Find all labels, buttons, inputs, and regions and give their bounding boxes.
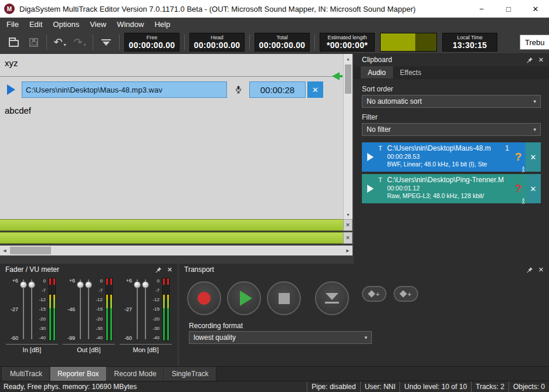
pin-icon[interactable] [527, 57, 533, 63]
stop-button[interactable] [267, 281, 301, 315]
sort-order-value: No automatic sort [367, 97, 422, 105]
entry-status-button[interactable]: ? ∧∧ [511, 174, 526, 203]
menu-window[interactable]: Window [111, 18, 149, 31]
undo-button[interactable]: ↶▾ [50, 33, 70, 52]
scrollbar-thumb[interactable] [10, 247, 51, 254]
track-bar-2-close-button[interactable]: ✕ [343, 232, 353, 244]
add-marker-button[interactable]: + [362, 286, 387, 302]
pin-icon[interactable] [155, 267, 162, 273]
pin-icon[interactable] [527, 267, 533, 273]
remove-entry-button[interactable]: ✕ [526, 174, 541, 203]
clipboard-entry[interactable]: T C:\Users\nin\Desktop\Maus-48.m1 00:00:… [362, 142, 541, 172]
redo-button[interactable]: ↷▾ [70, 33, 90, 52]
fader-knob[interactable] [142, 281, 149, 288]
remove-object-button[interactable]: ✕ [307, 81, 323, 98]
scroll-down-arrow[interactable]: ▼ [344, 210, 353, 219]
entry-type: T [378, 174, 387, 203]
file-path-field[interactable]: C:\Users\nin\Desktop\Maus-48.mp3.wav [22, 81, 227, 98]
marker-diamond-icon [368, 290, 375, 298]
multitrack-editor-area: xyz C:\Users\nin\Desktop\Maus-48.mp3.wav… [0, 54, 353, 219]
counter-value: *00:00:00* [327, 41, 368, 50]
tab-reporter-box[interactable]: Reporter Box [50, 367, 107, 381]
entry-count: 1 [503, 144, 511, 152]
play-entry-button[interactable] [362, 142, 378, 172]
sort-order-dropdown[interactable]: No automatic sort ▾ [362, 95, 541, 108]
object-duration-field[interactable]: 00:00:28 [249, 81, 306, 98]
caret-down-icon: ▾ [64, 42, 66, 47]
entry-duration: 00:00:28.53 [387, 153, 511, 160]
close-panel-icon[interactable]: ✕ [538, 266, 544, 274]
track-divider [0, 76, 343, 77]
playhead-marker-icon[interactable] [332, 72, 340, 80]
tab-singletrack[interactable]: SingleTrack [164, 367, 216, 381]
counter-value: 00:00:00.00 [129, 41, 175, 50]
tab-audio[interactable]: Audio [361, 66, 393, 79]
fader-slider[interactable] [76, 278, 84, 341]
fader-knob[interactable] [20, 281, 27, 288]
menu-edit[interactable]: Edit [24, 18, 48, 31]
play-button[interactable] [227, 281, 261, 315]
filter-dropdown[interactable]: No filter ▾ [362, 123, 541, 136]
scroll-right-arrow[interactable]: ▶ [343, 246, 353, 255]
fader-slider[interactable] [141, 278, 150, 341]
scrollbar-thumb[interactable] [345, 64, 351, 94]
track-bar-1-close-button[interactable]: ✕ [343, 219, 353, 231]
fader-slider[interactable] [19, 278, 28, 341]
play-icon [7, 84, 15, 95]
clipboard-entry[interactable]: T C:\Users\nin\Desktop\Ping-Trenner.M 00… [362, 174, 541, 203]
close-panel-icon[interactable]: ✕ [538, 56, 544, 64]
menu-view[interactable]: View [84, 18, 111, 31]
menu-options[interactable]: Options [48, 18, 84, 31]
tab-effects[interactable]: Effects [393, 66, 428, 79]
fader-knob[interactable] [134, 281, 141, 288]
horizontal-scrollbar[interactable]: ◀ ▶ [0, 246, 353, 255]
tab-record-mode[interactable]: Record Mode [107, 367, 164, 381]
remove-entry-button[interactable]: ✕ [526, 142, 541, 172]
recording-format-dropdown[interactable]: lowest quality ▾ [189, 331, 372, 344]
tab-multitrack[interactable]: MultiTrack [2, 367, 50, 381]
open-folder-icon [9, 40, 19, 47]
status-objects: Objects: 0 [509, 381, 549, 392]
open-button[interactable] [4, 33, 23, 52]
fader-knob[interactable] [77, 281, 84, 288]
add-marker-alt-button[interactable]: + [394, 286, 418, 302]
track-bar-1[interactable] [0, 219, 343, 231]
record-level-meter [380, 33, 437, 52]
entry-status-button[interactable]: ? ∧∧ [511, 142, 526, 172]
record-button[interactable] [187, 281, 221, 315]
track-label-top: xyz [5, 58, 18, 68]
track-bar-2[interactable] [0, 232, 343, 244]
fader-slider[interactable] [28, 278, 36, 341]
recording-format-value: lowest quality [194, 333, 236, 342]
menu-help[interactable]: Help [149, 18, 175, 31]
fader-scale-left: +6 -27 -60 [122, 278, 133, 341]
status-message: Ready, Free phys. memory: 10690 MBytes [0, 383, 137, 391]
skip-to-end-icon [325, 293, 339, 304]
clipboard-entries: T C:\Users\nin\Desktop\Maus-48.m1 00:00:… [362, 142, 541, 203]
fader-panel-title: Fader / VU meter [5, 265, 59, 274]
fader-knob[interactable] [28, 281, 35, 288]
scroll-left-arrow[interactable]: ◀ [0, 246, 9, 255]
fader-slider[interactable] [133, 278, 141, 341]
plus-icon: + [376, 291, 379, 298]
close-panel-icon[interactable]: ✕ [167, 266, 172, 274]
vertical-scrollbar[interactable]: ▲ ▼ [343, 54, 353, 219]
toolbar-dropdown-button[interactable] [96, 33, 116, 52]
skip-to-end-button[interactable] [315, 281, 349, 315]
record-mic-button[interactable] [229, 81, 248, 98]
minimize-button[interactable]: − [468, 0, 495, 18]
play-entry-button[interactable] [362, 174, 378, 203]
maximize-button[interactable]: □ [495, 0, 522, 18]
window-controls: − □ ✕ [468, 0, 549, 18]
entry-path: C:\Users\nin\Desktop\Ping-Trenner.M [387, 176, 504, 184]
entry-duration: 00:00:01.12 [387, 185, 511, 192]
menu-file[interactable]: File [1, 18, 24, 31]
close-button[interactable]: ✕ [522, 0, 549, 18]
marker-diamond-icon [399, 290, 407, 298]
fader-slider[interactable] [84, 278, 93, 341]
play-object-button[interactable] [2, 81, 20, 98]
save-button[interactable] [23, 33, 43, 52]
scroll-up-arrow[interactable]: ▲ [344, 54, 353, 63]
fader-knob[interactable] [85, 281, 92, 288]
font-selector-button[interactable]: Trebu [520, 35, 549, 50]
